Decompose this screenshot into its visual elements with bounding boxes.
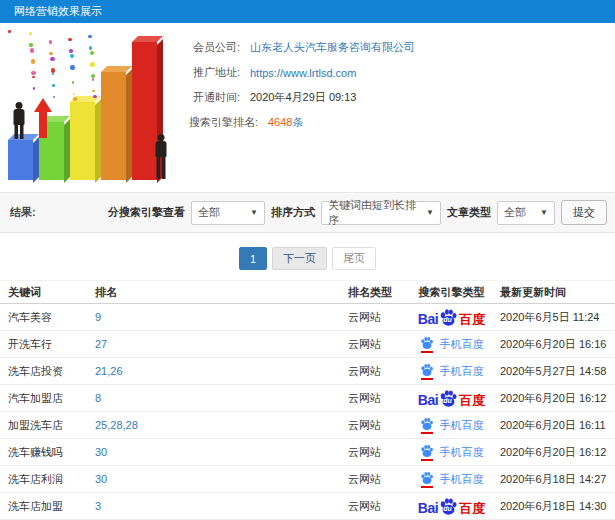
update-time-cell: 2020年6月18日 14:30 — [500, 499, 615, 514]
rank-link[interactable]: 27 — [95, 338, 348, 350]
table-row: 洗车店投资 21,26 云网站 手机百度 2020年5月27日 14:58 — [0, 358, 615, 385]
confetti-dot — [49, 52, 53, 56]
update-time-cell: 2020年5月27日 14:58 — [500, 364, 615, 379]
baidu-mobile-label: 手机百度 — [440, 364, 484, 379]
baidu-cn-text: 百度 — [459, 313, 485, 326]
baidu-bai-text: Bai — [418, 312, 438, 326]
table-row: 汽车美容 9 云网站 Bai du 百度 2020年6月5日 11:24 — [0, 304, 615, 331]
confetti-dot — [53, 96, 56, 99]
last-page-button[interactable]: 尾页 — [332, 247, 376, 270]
promo-url-link[interactable]: https://www.lrtlsd.com — [250, 67, 356, 79]
promo-url-label: 推广地址: — [178, 65, 240, 80]
baidu-cn-text: 百度 — [459, 502, 485, 515]
table-row: 洗车店利润 30 云网站 手机百度 2020年6月18日 14:27 — [0, 466, 615, 493]
confetti-dot — [72, 81, 75, 84]
rank-link[interactable]: 30 — [95, 473, 348, 485]
table-body: 汽车美容 9 云网站 Bai du 百度 2020年6月5日 11:24 开洗车… — [0, 304, 615, 520]
rank-type-cell: 云网站 — [348, 472, 403, 487]
open-time-label: 开通时间: — [178, 90, 240, 105]
update-time-cell: 2020年6月5日 11:24 — [500, 310, 615, 325]
chart-bar — [8, 140, 33, 180]
confetti-dot — [30, 48, 35, 53]
baidu-du-text: du — [443, 505, 452, 512]
baidu-bai-text: Bai — [418, 501, 438, 515]
baidu-paw-icon: du — [439, 308, 458, 327]
rank-type-cell: 云网站 — [348, 310, 403, 325]
promo-url-row: 推广地址: https://www.lrtlsd.com — [178, 60, 615, 85]
update-time-cell: 2020年6月20日 16:12 — [500, 391, 615, 406]
baidu-mobile-logo: 手机百度 — [420, 444, 484, 461]
table-row: 加盟洗车店 25,28,28 云网站 手机百度 2020年6月20日 16:11 — [0, 412, 615, 439]
app-header: 网络营销效果展示 — [0, 0, 615, 23]
rank-link[interactable]: 8 — [95, 392, 348, 404]
update-time-cell: 2020年6月20日 16:11 — [500, 418, 615, 433]
baidu-du-text: du — [443, 397, 452, 404]
confetti-dot — [8, 30, 11, 33]
col-time-header: 最新更新时间 — [500, 285, 615, 300]
engine-cell: 手机百度 — [403, 471, 500, 488]
baidu-du-text: du — [443, 316, 452, 323]
keyword-cell: 加盟洗车店 — [8, 418, 95, 433]
baidu-mobile-paw-icon — [420, 471, 435, 488]
confetti-dot — [90, 51, 95, 56]
rank-link[interactable]: 25,28,28 — [95, 419, 348, 431]
rank-link[interactable]: 9 — [95, 311, 348, 323]
confetti-dot — [69, 49, 73, 53]
engine-rank-label: 搜索引擎排名: — [178, 115, 258, 130]
businessman-figure — [154, 134, 168, 180]
article-type-select[interactable]: 全部 ▼ — [497, 201, 555, 225]
confetti-dot — [29, 43, 33, 47]
rank-type-cell: 云网站 — [348, 337, 403, 352]
table-row: 汽车加盟店 8 云网站 Bai du 百度 2020年6月20日 16:12 — [0, 385, 615, 412]
update-time-cell: 2020年6月20日 16:12 — [500, 445, 615, 460]
rank-link[interactable]: 30 — [95, 446, 348, 458]
confetti-dot — [32, 76, 35, 79]
confetti-dot — [51, 68, 56, 73]
keyword-cell: 汽车美容 — [8, 310, 95, 325]
confetti-dot — [49, 40, 53, 44]
rank-link[interactable]: 21,26 — [95, 365, 348, 377]
article-type-value: 全部 — [504, 205, 526, 220]
rank-link[interactable]: 3 — [95, 500, 348, 512]
keyword-cell: 洗车赚钱吗 — [8, 445, 95, 460]
baidu-mobile-underline — [421, 486, 433, 488]
member-company-row: 会员公司: 山东老人头汽车服务咨询有限公司 — [178, 35, 615, 60]
filter-controls: 分搜索引擎查看 全部 ▼ 排序方式 关键词由短到长排序 ▼ 文章类型 全部 ▼ … — [108, 200, 607, 225]
confetti-dot — [88, 35, 92, 39]
baidu-mobile-label: 手机百度 — [440, 445, 484, 460]
member-company-link[interactable]: 山东老人头汽车服务咨询有限公司 — [250, 40, 415, 55]
results-table: 关键词 排名 排名类型 搜索引擎类型 最新更新时间 汽车美容 9 云网站 Bai… — [0, 280, 615, 520]
baidu-pc-logo: Bai du 百度 — [418, 389, 485, 407]
rank-count: 4648 — [268, 116, 292, 128]
info-section: 会员公司: 山东老人头汽车服务咨询有限公司 推广地址: https://www.… — [0, 23, 615, 190]
col-rank-header: 排名 — [95, 285, 348, 300]
table-row: 洗车店加盟 3 云网站 Bai du 百度 2020年6月18日 14:30 — [0, 493, 615, 520]
page-1-button[interactable]: 1 — [239, 247, 267, 270]
bar-chart-graphic — [8, 30, 173, 180]
col-keyword-header: 关键词 — [8, 285, 95, 300]
confetti-dot — [93, 95, 97, 99]
keyword-cell: 洗车店利润 — [8, 472, 95, 487]
engine-filter-select[interactable]: 全部 ▼ — [191, 201, 265, 225]
baidu-mobile-logo: 手机百度 — [420, 471, 484, 488]
rank-type-cell: 云网站 — [348, 499, 403, 514]
submit-button[interactable]: 提交 — [561, 200, 607, 225]
confetti-dot — [68, 38, 72, 42]
keyword-cell: 开洗车行 — [8, 337, 95, 352]
open-time-row: 开通时间: 2020年4月29日 09:13 — [178, 85, 615, 110]
engine-cell: 手机百度 — [403, 444, 500, 461]
chevron-down-icon: ▼ — [420, 208, 434, 217]
confetti-dot — [70, 65, 75, 70]
next-page-button[interactable]: 下一页 — [272, 247, 327, 270]
sort-select[interactable]: 关键词由短到长排序 ▼ — [321, 201, 441, 225]
chart-bar — [70, 102, 95, 180]
filter-bar: 结果: 分搜索引擎查看 全部 ▼ 排序方式 关键词由短到长排序 ▼ 文章类型 全… — [0, 192, 615, 233]
engine-filter-label: 分搜索引擎查看 — [108, 205, 185, 220]
confetti-dot — [31, 71, 36, 76]
chart-bar — [101, 72, 126, 180]
update-time-cell: 2020年6月18日 14:27 — [500, 472, 615, 487]
baidu-mobile-underline — [421, 378, 433, 380]
baidu-mobile-logo: 手机百度 — [420, 336, 484, 353]
engine-cell: Bai du 百度 — [403, 497, 500, 515]
confetti-dot — [70, 54, 75, 59]
